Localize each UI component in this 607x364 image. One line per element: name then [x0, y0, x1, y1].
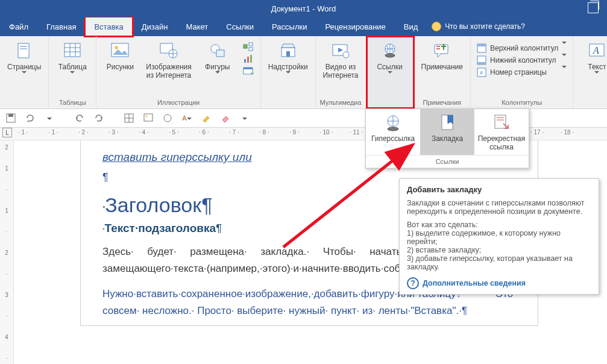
- footer-button[interactable]: Нижний колонтитул: [473, 54, 570, 66]
- svg-rect-15: [249, 43, 253, 46]
- svg-rect-48: [495, 115, 506, 128]
- online-picture-icon: [159, 41, 178, 60]
- tab-file[interactable]: Файл: [0, 17, 37, 36]
- svg-rect-2: [20, 48, 27, 49]
- pictureqat-icon[interactable]: [141, 111, 156, 125]
- smartart-icon[interactable]: [242, 42, 254, 52]
- tab-review[interactable]: Рецензирование: [316, 17, 394, 36]
- highlightqat-icon[interactable]: [199, 111, 213, 125]
- svg-rect-14: [244, 45, 247, 48]
- table-button[interactable]: Таблица: [51, 39, 93, 82]
- ruler-vertical[interactable]: 21·1·2·3·4·5·6·7·8·9: [0, 140, 14, 364]
- chevron-down-icon: [562, 56, 567, 64]
- pages-button[interactable]: Страницы: [2, 39, 46, 82]
- svg-point-9: [115, 46, 118, 49]
- tab-insert[interactable]: Вставка: [85, 17, 132, 36]
- shapes-button[interactable]: Фигуры: [197, 39, 239, 82]
- bookmark-icon: [437, 114, 458, 132]
- page-icon: [14, 41, 34, 60]
- svg-rect-13: [216, 50, 224, 57]
- pictures-button[interactable]: Рисунки: [99, 39, 141, 82]
- svg-point-46: [388, 127, 398, 131]
- tell-me-label: Что вы хотите сделать?: [445, 22, 525, 31]
- crossref-button[interactable]: Перекрестная ссылка: [474, 109, 529, 155]
- tab-view[interactable]: Вид: [395, 17, 427, 36]
- help-icon: ?: [407, 277, 419, 289]
- svg-point-25: [343, 52, 349, 58]
- pagenum-button[interactable]: #Номер страницы: [473, 66, 570, 78]
- tooltip-p1: Закладки в сочетании с гиперссылками поз…: [407, 199, 591, 216]
- online-pictures-button[interactable]: Изображения из Интернета: [141, 39, 196, 82]
- svg-rect-19: [250, 55, 252, 63]
- svg-rect-17: [244, 59, 246, 63]
- group-label-illustrations: Иллюстрации: [99, 98, 257, 107]
- tooltip-p2: Вот как это сделать:: [407, 221, 591, 229]
- redo-icon[interactable]: [92, 111, 106, 125]
- shapes-icon: [208, 41, 227, 60]
- qat-dropdown[interactable]: [42, 111, 57, 125]
- ribbon: Страницы . Таблица Таблицы Рисунки Изобр…: [0, 36, 607, 109]
- svg-rect-23: [286, 51, 290, 57]
- header-button[interactable]: Верхний колонтитул: [473, 42, 570, 54]
- dropdown-group-label: Ссылки: [366, 155, 529, 168]
- ribbon-tabs: Файл Главная Вставка Дизайн Макет Ссылки…: [0, 17, 607, 36]
- group-pages: Страницы .: [0, 36, 49, 108]
- group-links: Ссылки .: [366, 36, 414, 108]
- svg-rect-0: [18, 43, 29, 58]
- header-icon: [477, 43, 486, 53]
- group-tables: Таблица Таблицы: [49, 36, 96, 108]
- linkqat-icon[interactable]: [160, 111, 175, 125]
- chevron-down-icon: [388, 74, 392, 82]
- tab-mailings[interactable]: Рассылки: [263, 17, 316, 36]
- repeat-icon[interactable]: [23, 111, 37, 125]
- comment-button[interactable]: Примечание: [417, 39, 468, 71]
- stylesqat[interactable]: A: [180, 111, 194, 125]
- links-dropdown: Гиперссылка Закладка Перекрестная ссылка…: [365, 108, 529, 169]
- link-icon: [380, 41, 400, 60]
- pagenum-icon: #: [477, 67, 486, 77]
- group-label-comments: Примечания: [417, 98, 468, 107]
- hyperlink-button[interactable]: Гиперссылка: [366, 109, 420, 155]
- table-icon: [63, 41, 82, 60]
- chevron-down-icon: [286, 74, 291, 82]
- textbox-icon: A: [587, 41, 606, 60]
- chevron-down-icon: [562, 68, 567, 77]
- tab-selector[interactable]: L: [2, 128, 12, 137]
- links-button[interactable]: Ссылки: [369, 39, 411, 82]
- svg-rect-30: [477, 44, 486, 46]
- chevron-down-icon: [562, 44, 567, 52]
- addins-button[interactable]: Надстройки: [263, 39, 313, 82]
- crossref-icon: [491, 114, 512, 132]
- tell-me[interactable]: Что вы хотите сделать?: [432, 17, 525, 36]
- group-addins: Надстройки .: [261, 36, 316, 108]
- globe-link-icon: [383, 114, 403, 132]
- bookmark-button[interactable]: Закладка: [420, 109, 474, 155]
- svg-text:A: A: [593, 45, 599, 55]
- svg-point-43: [146, 116, 148, 118]
- store-icon: [278, 41, 298, 60]
- svg-rect-32: [477, 62, 486, 64]
- screenshot-icon[interactable]: [242, 66, 254, 77]
- group-label-tables: Таблицы: [51, 98, 93, 107]
- eraserqat-icon[interactable]: [218, 111, 233, 125]
- tab-references[interactable]: Ссылки: [217, 17, 263, 36]
- group-media: Видео из Интернета Мультимедиа: [316, 36, 366, 108]
- bulb-icon: [432, 22, 441, 31]
- restore-icon[interactable]: [588, 2, 599, 13]
- title-bar: Документ1 - Word: [0, 0, 607, 17]
- svg-text:#: #: [480, 70, 483, 76]
- moreqat[interactable]: [237, 111, 252, 125]
- undo-icon[interactable]: [72, 111, 87, 125]
- svg-rect-16: [249, 48, 253, 51]
- chart-icon[interactable]: [242, 54, 254, 64]
- tooltip-more-link[interactable]: ?Дополнительные сведения: [407, 277, 591, 289]
- group-label-media: Мультимедиа: [318, 98, 363, 107]
- tab-layout[interactable]: Макет: [177, 17, 217, 36]
- online-video-button[interactable]: Видео из Интернета: [318, 39, 363, 80]
- text-button[interactable]: A Текст: [576, 39, 607, 82]
- save-icon[interactable]: [4, 111, 18, 125]
- tab-design[interactable]: Дизайн: [133, 17, 177, 36]
- tableqat-icon[interactable]: [122, 111, 136, 125]
- group-label-hf: Колонтитулы: [473, 98, 570, 107]
- tab-home[interactable]: Главная: [37, 17, 85, 36]
